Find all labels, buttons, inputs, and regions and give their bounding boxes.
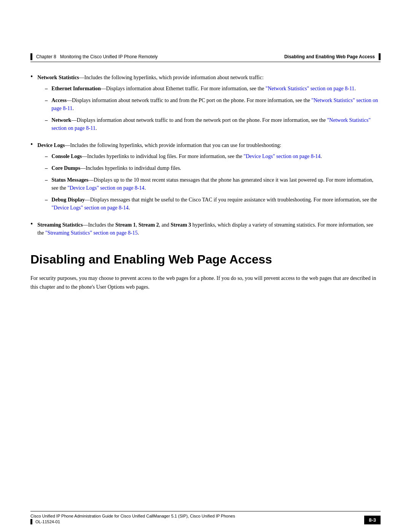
- sub-list: – Console Logs—Includes hyperlinks to in…: [45, 152, 381, 212]
- device-logs-link-3[interactable]: "Device Logs" section on page 8-14: [51, 205, 128, 211]
- footer-doc-title: Cisco Unified IP Phone Administration Gu…: [30, 514, 235, 518]
- bullet-text: Network Statistics—Includes the followin…: [37, 73, 381, 136]
- footer-left: Cisco Unified IP Phone Administration Gu…: [30, 514, 235, 524]
- network-statistics-link-1[interactable]: "Network Statistics" section on page 8-1…: [266, 86, 355, 91]
- bullet-dot: •: [30, 141, 33, 149]
- sub-dash: –: [45, 164, 48, 172]
- streaming-statistics-link[interactable]: "Streaming Statistics" section on page 8…: [45, 230, 138, 236]
- sub-text: Console Logs—Includes hyperlinks to indi…: [51, 152, 381, 160]
- footer-content: Cisco Unified IP Phone Administration Gu…: [30, 514, 381, 524]
- footer-divider: [30, 511, 381, 511]
- device-logs-link-1[interactable]: "Device Logs" section on page 8-14: [244, 153, 320, 159]
- sub-dash: –: [45, 176, 48, 184]
- list-item: – Network—Displays information about net…: [45, 116, 381, 132]
- header-left: Chapter 8 Monitoring the Cisco Unified I…: [30, 53, 158, 60]
- sub-dash: –: [45, 96, 48, 104]
- footer-page-number: 8-3: [364, 516, 381, 524]
- footer-doc-number: OL-11524-01: [35, 519, 60, 524]
- sub-text: Access—Displays information about networ…: [51, 96, 381, 112]
- sub-text: Network—Displays information about netwo…: [51, 116, 381, 132]
- bullet-list: • Network Statistics—Includes the follow…: [30, 73, 381, 237]
- header-bar-right: [379, 53, 381, 60]
- item-label: Network Statistics: [37, 75, 79, 80]
- sub-dash: –: [45, 116, 48, 124]
- header-right: Disabling and Enabling Web Page Access: [284, 53, 381, 60]
- list-item: – Ethernet Information—Displays informat…: [45, 85, 381, 93]
- sub-text: Ethernet Information—Displays informatio…: [51, 85, 381, 93]
- list-item: • Device Logs—Includes the following hyp…: [30, 141, 381, 216]
- bullet-dot: •: [30, 220, 33, 228]
- section-body: For security purposes, you may choose to…: [30, 274, 381, 291]
- footer-doc-num: OL-11524-01: [30, 519, 235, 524]
- list-item: – Core Dumps—Includes hyperlinks to indi…: [45, 164, 381, 172]
- list-item: • Streaming Statistics—Includes the Stre…: [30, 221, 381, 237]
- footer-bar: [30, 519, 32, 524]
- header-bar-left: [30, 53, 32, 60]
- bullet-dot: •: [30, 73, 33, 81]
- page-header: Chapter 8 Monitoring the Cisco Unified I…: [0, 0, 411, 60]
- item-label: Streaming Statistics: [37, 222, 83, 228]
- header-chapter-text: Chapter 8 Monitoring the Cisco Unified I…: [36, 54, 158, 59]
- list-item: • Network Statistics—Includes the follow…: [30, 73, 381, 136]
- page-footer: Cisco Unified IP Phone Administration Gu…: [0, 511, 411, 532]
- sub-dash: –: [45, 85, 48, 93]
- sub-text: Core Dumps—Includes hyperlinks to indivi…: [51, 164, 381, 172]
- list-item: – Access—Displays information about netw…: [45, 96, 381, 112]
- item-label: Device Logs: [37, 142, 65, 148]
- header-section-title: Disabling and Enabling Web Page Access: [284, 54, 375, 59]
- sub-dash: –: [45, 196, 48, 204]
- page: Chapter 8 Monitoring the Cisco Unified I…: [0, 0, 411, 532]
- list-item: – Console Logs—Includes hyperlinks to in…: [45, 152, 381, 160]
- main-content: • Network Statistics—Includes the follow…: [0, 62, 411, 291]
- chapter-label: Chapter 8: [36, 54, 56, 59]
- list-item: – Status Messages—Displays up to the 10 …: [45, 176, 381, 192]
- section-heading: Disabling and Enabling Web Page Access: [30, 252, 381, 267]
- device-logs-link-2[interactable]: "Device Logs" section on page 8-14: [67, 185, 144, 191]
- sub-text: Debug Display—Displays messages that mig…: [51, 196, 381, 212]
- bullet-text: Streaming Statistics—Includes the Stream…: [37, 221, 381, 237]
- sub-text: Status Messages—Displays up to the 10 mo…: [51, 176, 381, 192]
- bullet-text: Device Logs—Includes the following hyper…: [37, 141, 381, 216]
- chapter-title: Monitoring the Cisco Unified IP Phone Re…: [60, 54, 158, 59]
- sub-list: – Ethernet Information—Displays informat…: [45, 85, 381, 132]
- list-item: – Debug Display—Displays messages that m…: [45, 196, 381, 212]
- sub-dash: –: [45, 152, 48, 160]
